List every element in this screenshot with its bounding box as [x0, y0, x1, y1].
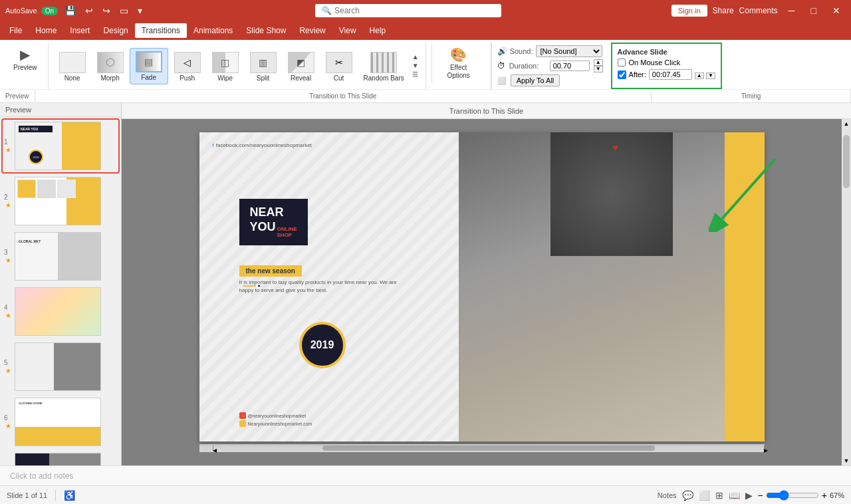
- share-button[interactable]: Share: [713, 6, 734, 15]
- zoom-range[interactable]: [766, 490, 819, 501]
- reading-view-icon[interactable]: 📖: [729, 490, 740, 501]
- transition-fade[interactable]: ▤ Fade: [130, 48, 168, 84]
- v-scroll-up-btn[interactable]: ▲: [842, 119, 851, 128]
- slide-website: Nearyouonlineshopmarket.com: [239, 420, 312, 427]
- slide-item-4[interactable]: 4 ★: [3, 285, 118, 338]
- photo-hat: [550, 132, 673, 256]
- slide-heart: ♥: [612, 142, 618, 153]
- after-up-btn[interactable]: ▲: [695, 72, 704, 79]
- transition-wipe[interactable]: ◫ Wipe: [207, 49, 244, 84]
- transition-none[interactable]: None: [54, 49, 91, 84]
- present-icon[interactable]: ▭: [117, 4, 131, 17]
- transition-none-icon: [59, 52, 86, 73]
- preview-button[interactable]: ▶ Preview: [8, 44, 43, 74]
- transition-reveal[interactable]: ◩ Reveal: [283, 49, 320, 84]
- sound-select[interactable]: [No Sound]: [536, 45, 602, 57]
- transition-split[interactable]: ▥ Split: [245, 49, 282, 84]
- comments-button[interactable]: Comments: [739, 6, 778, 15]
- transition-morph[interactable]: ⬡ Morph: [92, 49, 129, 84]
- autosave-toggle[interactable]: On: [41, 7, 58, 15]
- transition-scrollbar: ▲ ▼ ☰: [411, 52, 420, 80]
- duration-up-btn[interactable]: ▲: [594, 59, 603, 66]
- customize-icon[interactable]: ▾: [135, 4, 145, 17]
- redo-icon[interactable]: ↪: [100, 4, 113, 17]
- search-box[interactable]: 🔍: [315, 4, 501, 17]
- after-input[interactable]: 00:07.45: [649, 69, 692, 80]
- menu-design[interactable]: Design: [96, 23, 134, 38]
- h-scroll-thumb[interactable]: [322, 445, 655, 451]
- close-button[interactable]: ✕: [827, 4, 846, 17]
- preview-section-label: Preview: [0, 90, 35, 102]
- notes-placeholder[interactable]: Click to add notes: [10, 471, 73, 481]
- menu-review[interactable]: Review: [293, 23, 332, 38]
- slide-star-5: ★: [5, 367, 11, 374]
- transition-push[interactable]: ◁ Push: [169, 49, 206, 84]
- transition-random-bars-icon: [370, 52, 397, 73]
- maximize-button[interactable]: □: [806, 4, 822, 17]
- menu-slideshow[interactable]: Slide Show: [239, 23, 293, 38]
- h-scroll-track: [213, 445, 764, 451]
- slide-facebook: f facebook.com/nearyouonlineshopmarket: [213, 142, 312, 148]
- after-row: After: 00:07.45 ▲ ▼: [618, 69, 715, 80]
- menu-animations[interactable]: Animations: [187, 23, 239, 38]
- transition-cut[interactable]: ✂ Cut: [320, 49, 358, 84]
- on-mouse-click-checkbox[interactable]: [618, 59, 626, 66]
- after-checkbox[interactable]: [618, 70, 626, 79]
- slide-title-line1: NEAR: [250, 205, 297, 220]
- duration-down-btn[interactable]: ▼: [594, 66, 603, 72]
- menu-view[interactable]: View: [332, 23, 363, 38]
- transition-random-bars[interactable]: Random Bars: [358, 49, 410, 84]
- slide-item-6[interactable]: 6 ★ CLOTHING STORE: [3, 396, 118, 448]
- h-scroll-right-arrow[interactable]: ▸: [764, 445, 765, 451]
- scroll-expand-btn[interactable]: ☰: [411, 70, 420, 78]
- slide-item-7[interactable]: 7 ★: [3, 451, 118, 465]
- menu-insert[interactable]: Insert: [63, 23, 96, 38]
- slide-title-box: NEAR YOU ONLINE SHOP: [239, 199, 308, 245]
- apply-to-all-button[interactable]: Apply To All: [511, 74, 560, 86]
- minimize-button[interactable]: ─: [783, 4, 800, 17]
- menu-help[interactable]: Help: [363, 23, 393, 38]
- scroll-down-btn[interactable]: ▼: [411, 62, 420, 70]
- notes-btn[interactable]: Notes: [658, 491, 677, 499]
- instagram-handle: @nearyouonlineshopmarket: [248, 414, 306, 418]
- slide-num-1: 1: [4, 138, 12, 146]
- duration-input[interactable]: 00.70: [550, 61, 590, 71]
- transition-wipe-label: Wipe: [217, 74, 233, 82]
- zoom-out-btn[interactable]: −: [758, 490, 763, 501]
- slide-item-1[interactable]: 1 ★ NEAR YOU 2019: [3, 120, 118, 172]
- normal-view-icon[interactable]: ⬜: [699, 490, 710, 501]
- menu-transitions[interactable]: Transitions: [135, 23, 187, 38]
- search-input[interactable]: [334, 6, 495, 15]
- slide2-box2: [37, 180, 56, 198]
- slide-item-5[interactable]: 5 ★: [3, 340, 118, 393]
- save-icon[interactable]: 💾: [62, 4, 78, 17]
- status-bar: Slide 1 of 11 ♿ Notes 💬 ⬜ ⊞ 📖 ▶ − + 67%: [0, 485, 851, 504]
- after-down-btn[interactable]: ▼: [706, 72, 715, 79]
- zoom-in-btn[interactable]: +: [822, 490, 827, 501]
- v-scroll-down-btn[interactable]: ▼: [842, 456, 851, 465]
- menu-home[interactable]: Home: [29, 23, 63, 38]
- slide-canvas: f facebook.com/nearyouonlineshopmarket ♥…: [199, 132, 765, 441]
- v-scroll-thumb[interactable]: [843, 135, 850, 188]
- slide-item-3[interactable]: 3 ★ GLOBAL MKT: [3, 230, 118, 283]
- notes-bar[interactable]: Click to add notes: [0, 465, 851, 485]
- on-mouse-click-row: On Mouse Click: [618, 59, 715, 66]
- undo-icon[interactable]: ↩: [82, 4, 96, 17]
- slide-item-2[interactable]: 2 ★: [3, 175, 118, 227]
- slide1-mini-text: NEAR YOU: [21, 127, 51, 131]
- slide1-year-mini: 2019: [29, 150, 43, 164]
- v-scroll-track: [842, 128, 851, 456]
- presentation-icon[interactable]: ▶: [745, 490, 753, 501]
- fb-icon: f: [213, 142, 214, 148]
- slide-sorter-icon[interactable]: ⊞: [715, 490, 723, 501]
- slide-title-you: YOU: [250, 220, 276, 235]
- h-scrollbar[interactable]: ◂ ▸: [199, 444, 765, 452]
- menu-file[interactable]: File: [3, 23, 29, 38]
- scroll-up-btn[interactable]: ▲: [411, 53, 420, 61]
- slide1-year-text: 2019: [33, 156, 39, 159]
- effect-options-button[interactable]: 🎨 Effect Options: [431, 44, 485, 82]
- title-bar: AutoSave On 💾 ↩ ↪ ▭ ▾ 0067 🔍 Sign in Sha…: [0, 0, 851, 21]
- slide-panel-title: Preview: [5, 106, 31, 114]
- sign-in-button[interactable]: Sign in: [671, 5, 707, 17]
- slide-num-6: 6: [4, 414, 12, 422]
